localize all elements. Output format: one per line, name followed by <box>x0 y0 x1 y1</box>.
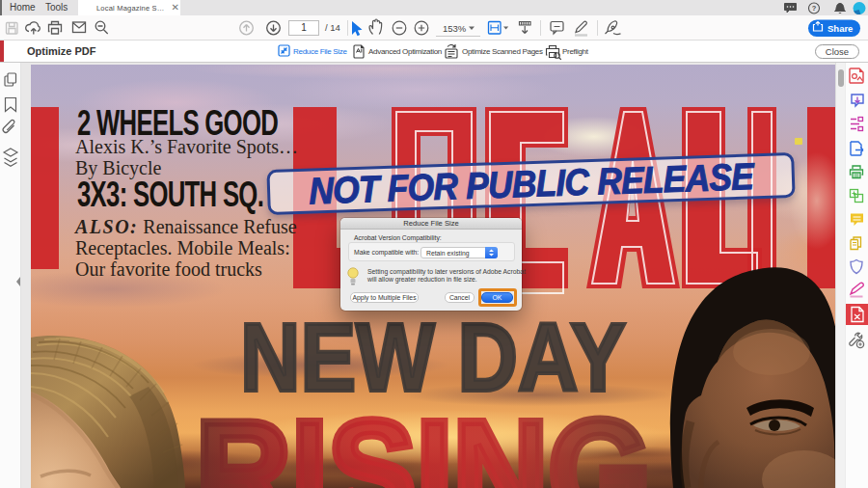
svg-text:1: 1 <box>301 22 307 33</box>
svg-text:153%: 153% <box>443 23 467 34</box>
svg-text:?: ? <box>812 4 817 13</box>
svg-text:Share: Share <box>827 23 853 34</box>
svg-text:/ 14: / 14 <box>325 22 340 33</box>
